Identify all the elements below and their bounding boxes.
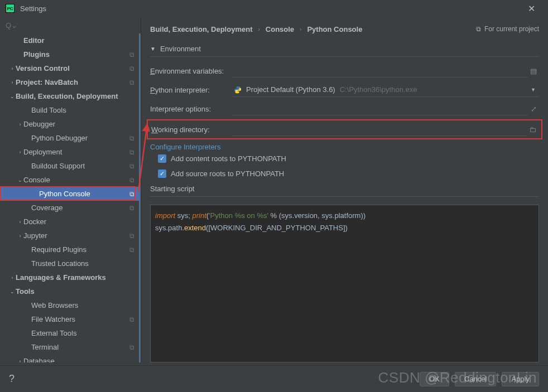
tree-arrow-icon: › xyxy=(17,149,23,155)
python-icon xyxy=(234,86,242,94)
interpreter-options-row: Interpreter options: ⤢ xyxy=(150,99,539,118)
sidebar-item-editor[interactable]: Editor xyxy=(0,33,139,47)
copy-icon: ⧉ xyxy=(476,25,481,33)
tree-label: Debugger xyxy=(23,120,139,128)
tree-label: Required Plugins xyxy=(31,245,129,254)
crumb-2[interactable]: Python Console xyxy=(307,25,362,33)
tree-arrow-icon: ⌄ xyxy=(9,289,16,294)
copy-icon: ⧉ xyxy=(129,246,134,254)
tree-label: Jupyter xyxy=(23,231,129,240)
tree-label: Web Browsers xyxy=(31,301,139,309)
sidebar-item-file-watchers[interactable]: File Watchers⧉ xyxy=(0,312,139,326)
copy-icon: ⧉ xyxy=(129,65,134,72)
add-content-roots-label: Add content roots to PYTHONPATH xyxy=(171,154,286,163)
tree-label: Coverage xyxy=(31,204,129,212)
sidebar-item-plugins[interactable]: Plugins⧉ xyxy=(0,47,139,61)
settings-tree[interactable]: EditorPlugins⧉›Version Control⧉›Project:… xyxy=(0,33,141,362)
copy-icon: ⧉ xyxy=(129,162,134,170)
sidebar-item-required-plugins[interactable]: Required Plugins⧉ xyxy=(0,243,139,257)
breadcrumb: Build, Execution, Deployment › Console ›… xyxy=(150,17,539,41)
ok-button[interactable]: OK xyxy=(420,372,449,386)
tree-arrow-icon: ⌄ xyxy=(17,177,23,183)
tree-arrow-icon: › xyxy=(17,219,23,225)
cancel-button[interactable]: Cancel xyxy=(455,372,496,386)
settings-sidebar: Q⌄ EditorPlugins⧉›Version Control⧉›Proje… xyxy=(0,17,141,362)
interpreter-row: Python interpreter: Project Default (Pyt… xyxy=(150,80,539,99)
sidebar-item-coverage[interactable]: Coverage⧉ xyxy=(0,201,139,215)
add-source-roots-label: Add source roots to PYTHONPATH xyxy=(171,170,284,178)
tree-label: Python Console xyxy=(39,190,129,198)
sidebar-item-debugger[interactable]: ›Debugger xyxy=(0,117,139,131)
tree-arrow-icon: › xyxy=(9,80,16,85)
tree-label: Tools xyxy=(16,287,139,296)
sidebar-item-build-tools[interactable]: Build Tools xyxy=(0,103,139,117)
tree-label: Docker xyxy=(23,217,139,226)
add-source-roots-checkbox[interactable]: ✓ xyxy=(158,170,166,178)
sidebar-item-trusted-locations[interactable]: Trusted Locations xyxy=(0,257,139,270)
interpreter-dropdown[interactable]: Project Default (Python 3.6) C:\Python36… xyxy=(232,83,539,97)
tree-label: Console xyxy=(23,176,129,184)
sidebar-item-build-execution-deployment[interactable]: ⌄Build, Execution, Deployment xyxy=(0,89,139,103)
content-panel: Build, Execution, Deployment › Console ›… xyxy=(141,17,548,362)
tree-arrow-icon: › xyxy=(17,233,23,239)
sidebar-item-python-console[interactable]: Python Console⧉ xyxy=(0,187,139,201)
sidebar-item-jupyter[interactable]: ›Jupyter⧉ xyxy=(0,229,139,243)
environment-section-header[interactable]: ▼ Environment xyxy=(150,41,539,57)
chevron-right-icon: › xyxy=(258,26,259,32)
search-icon[interactable]: Q⌄ xyxy=(6,21,17,30)
interpreter-options-input[interactable] xyxy=(232,102,528,115)
sidebar-item-python-debugger[interactable]: Python Debugger⧉ xyxy=(0,131,139,145)
tree-label: Terminal xyxy=(31,343,129,351)
folder-icon[interactable]: 🗀 xyxy=(527,125,538,134)
project-scope-badge: ⧉ For current project xyxy=(476,25,539,33)
tree-arrow-icon: › xyxy=(17,359,23,363)
tree-label: Build, Execution, Deployment xyxy=(16,92,139,100)
tree-label: Buildout Support xyxy=(31,162,129,170)
expand-icon[interactable]: ⤢ xyxy=(528,105,539,113)
sidebar-item-tools[interactable]: ⌄Tools xyxy=(0,284,139,298)
crumb-1[interactable]: Console xyxy=(266,25,294,33)
copy-icon: ⧉ xyxy=(129,204,134,212)
tree-label: Version Control xyxy=(16,64,129,72)
configure-interpreters-link[interactable]: Configure Interpreters xyxy=(150,143,220,151)
tree-label: Project: NavBatch xyxy=(16,78,129,86)
tree-label: Editor xyxy=(23,36,139,45)
sidebar-item-database[interactable]: ›Database xyxy=(0,354,139,362)
dialog-footer: ? OK Cancel Apply xyxy=(0,365,548,392)
sidebar-item-version-control[interactable]: ›Version Control⧉ xyxy=(0,61,139,75)
copy-icon: ⧉ xyxy=(129,51,134,59)
apply-button[interactable]: Apply xyxy=(502,372,539,386)
env-vars-row: Environment variables: ▤ xyxy=(150,61,539,80)
sidebar-item-deployment[interactable]: ›Deployment⧉ xyxy=(0,145,139,159)
tree-label: Deployment xyxy=(23,148,129,156)
help-button[interactable]: ? xyxy=(9,373,15,385)
copy-icon: ⧉ xyxy=(129,232,134,240)
tree-label: Python Debugger xyxy=(31,134,129,142)
copy-icon: ⧉ xyxy=(129,148,134,156)
sidebar-item-terminal[interactable]: Terminal⧉ xyxy=(0,340,139,354)
crumb-0[interactable]: Build, Execution, Deployment xyxy=(150,25,252,33)
chevron-right-icon: › xyxy=(300,26,301,32)
tree-label: Database xyxy=(23,357,139,362)
sidebar-item-buildout-support[interactable]: Buildout Support⧉ xyxy=(0,159,139,173)
collapse-icon: ▼ xyxy=(150,46,156,52)
tree-arrow-icon: ⌄ xyxy=(9,94,16,99)
copy-icon: ⧉ xyxy=(129,176,134,184)
close-button[interactable]: ✕ xyxy=(520,0,542,17)
tree-label: Languages & Frameworks xyxy=(16,273,139,282)
sidebar-item-project-navbatch[interactable]: ›Project: NavBatch⧉ xyxy=(0,75,139,89)
window-title: Settings xyxy=(20,4,46,13)
tree-label: File Watchers xyxy=(31,315,129,323)
working-directory-input[interactable] xyxy=(233,123,527,136)
starting-script-editor[interactable]: import sys; print('Python %s on %s' % (s… xyxy=(150,205,539,362)
titlebar: PC Settings ✕ xyxy=(0,0,548,17)
tree-label: Trusted Locations xyxy=(31,259,139,268)
sidebar-item-external-tools[interactable]: External Tools xyxy=(0,326,139,340)
sidebar-item-web-browsers[interactable]: Web Browsers xyxy=(0,298,139,312)
sidebar-item-languages-frameworks[interactable]: ›Languages & Frameworks xyxy=(0,270,139,284)
env-vars-input[interactable] xyxy=(232,64,528,78)
list-edit-icon[interactable]: ▤ xyxy=(528,67,539,75)
add-content-roots-checkbox[interactable]: ✓ xyxy=(158,154,166,163)
sidebar-item-console[interactable]: ⌄Console⧉ xyxy=(0,173,139,187)
sidebar-item-docker[interactable]: ›Docker xyxy=(0,215,139,229)
